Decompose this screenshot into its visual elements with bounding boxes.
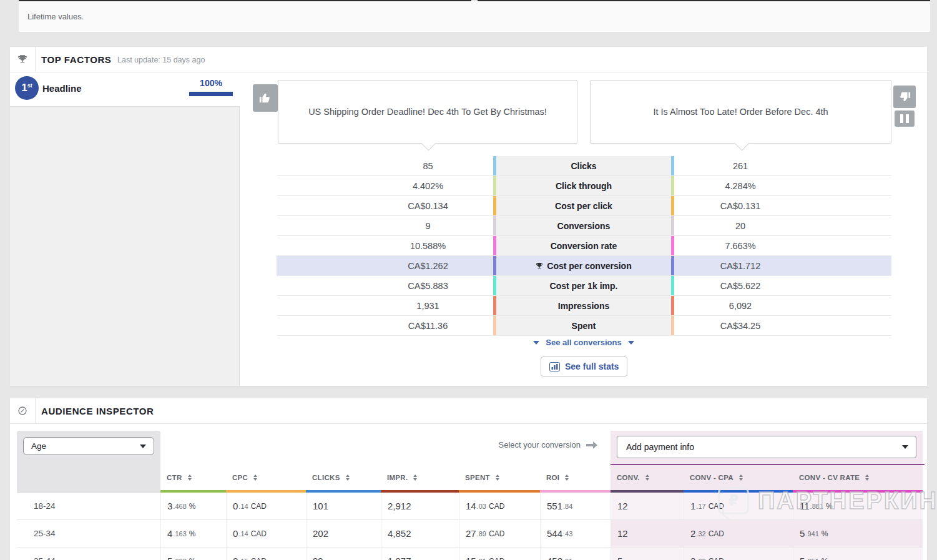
column-header-clicks[interactable]: CLICKS: [306, 474, 381, 481]
thumbs-up-icon: [258, 91, 272, 105]
see-all-conversions-link[interactable]: See all conversions: [490, 338, 677, 347]
sort-icon: [413, 474, 417, 481]
roi-value: 544.43: [540, 520, 611, 547]
column-header-impr[interactable]: IMPR.: [381, 474, 459, 481]
pause-icon: [900, 114, 909, 123]
metric-comparison-table: 85 Clicks 261 4.402% Click through 4.284…: [277, 156, 891, 336]
conv-cv-rate-value: 5.051%: [793, 548, 923, 560]
metric-row: 1,931 Impressions 6,092: [277, 296, 891, 316]
metric-value-a: CA$5.883: [277, 276, 493, 295]
table-row: 18-24 3.468% 0.14CAD 101 2,912 14.03CAD …: [17, 493, 923, 520]
column-label: CONV - CPA: [690, 474, 733, 481]
column-header-ctr[interactable]: CTR: [160, 474, 226, 481]
score-bar: [189, 92, 233, 96]
metric-label: Cost per click: [555, 201, 612, 211]
thumbs-down-icon: [898, 90, 911, 104]
thumbs-up-button[interactable]: [253, 84, 278, 112]
metric-value-a: 4.402%: [277, 176, 493, 195]
column-label: ROI: [546, 474, 559, 481]
column-header-spent[interactable]: SPENT: [459, 474, 540, 481]
last-update-text: Last update: 15 days ago: [117, 56, 205, 64]
impressions-value: 1,977: [381, 548, 459, 560]
conv-cpa-value: 2.32CAD: [684, 520, 793, 547]
ctr-value: 5.008%: [160, 548, 226, 560]
metric-row: 85 Clicks 261: [277, 156, 891, 176]
sort-icon: [253, 474, 257, 481]
impressions-value: 2,912: [381, 493, 459, 519]
metric-value-a: 9: [277, 216, 493, 235]
bar-chart-icon: [549, 362, 560, 371]
lifetime-values-text: Lifetime values.: [27, 12, 84, 21]
audience-table-header: CTR CPC CLICKS IMPR. SPENT ROI CONV. CON…: [17, 465, 923, 490]
conv-cv-rate-value: 5.941%: [793, 520, 923, 547]
metric-row-winner: CA$1.262 Cost per conversion CA$1.712: [277, 256, 891, 276]
clicks-value: 202: [306, 520, 381, 547]
chevron-down-icon: [140, 445, 146, 448]
metric-value-b: CA$0.131: [674, 196, 891, 215]
sort-icon: [565, 474, 569, 481]
metric-value-a: 85: [277, 156, 493, 175]
column-label: CTR: [167, 474, 182, 481]
audience-inspector-title: AUDIENCE INSPECTOR: [41, 406, 154, 416]
ctr-value: 4.163%: [160, 520, 226, 547]
lifetime-values-bar: Lifetime values.: [19, 1, 930, 32]
metric-value-b: CA$34.25: [674, 316, 891, 335]
see-full-stats-button[interactable]: See full stats: [541, 356, 627, 376]
column-header-roi[interactable]: ROI: [540, 474, 611, 481]
metric-value-b: CA$5.622: [674, 276, 891, 295]
winner-trophy-icon: [536, 262, 543, 270]
metric-row: 9 Conversions 20: [277, 216, 891, 236]
spent-value: 14.03CAD: [459, 493, 540, 519]
conversion-dropdown[interactable]: Add payment info: [617, 436, 916, 458]
cpc-value: 0.14CAD: [226, 520, 306, 547]
metric-label: Spent: [572, 321, 596, 331]
clicks-value: 101: [306, 493, 381, 519]
audience-inspector-header: AUDIENCE INSPECTOR: [10, 398, 927, 424]
column-header-conv[interactable]: CONV.: [611, 474, 684, 481]
table-row: 35-44 5.008% 0.15CAD 99 1,977 15.01CAD 4…: [17, 548, 923, 560]
metric-value-b: CA$1.712: [674, 256, 891, 275]
column-label: CONV.: [617, 474, 640, 481]
audience-table-body: 18-24 3.468% 0.14CAD 101 2,912 14.03CAD …: [17, 493, 923, 560]
sort-icon: [865, 474, 869, 481]
column-header-conv-cv-rate[interactable]: CONV - CV RATE: [793, 474, 923, 481]
age-range: 35-44: [17, 548, 160, 560]
chevron-down-icon: [533, 341, 539, 345]
pause-button[interactable]: [895, 111, 915, 127]
conv-cpa-value: 1.17CAD: [684, 493, 793, 519]
table-row: 25-34 4.163% 0.14CAD 202 4,852 27.89CAD …: [17, 520, 923, 548]
metric-value-a: 10.588%: [277, 236, 493, 255]
sort-icon: [739, 474, 743, 481]
conversion-selected-value: Add payment info: [626, 442, 694, 452]
sort-icon: [188, 474, 192, 481]
select-conversion-label: Select your conversion: [498, 440, 581, 449]
column-label: IMPR.: [387, 474, 408, 481]
audience-compass-icon: [10, 398, 36, 423]
metric-value-a: CA$11.36: [277, 316, 493, 335]
metric-value-b: 6,092: [674, 296, 891, 315]
chevron-down-icon: [902, 445, 908, 449]
age-range: 25-34: [17, 520, 160, 547]
top-factors-card: TOP FACTORS Last update: 15 days ago 1st…: [10, 47, 927, 386]
see-full-stats-label: See full stats: [565, 361, 619, 371]
metric-row: CA$11.36 Spent CA$34.25: [277, 316, 891, 336]
roi-value: 551.84: [540, 493, 611, 519]
rank-number: 1: [21, 82, 27, 94]
column-header-cpc[interactable]: CPC: [226, 474, 306, 481]
breakdown-age-dropdown[interactable]: Age: [23, 437, 154, 455]
variant-a-text: US Shipping Order Deadline! Dec 4th To G…: [308, 107, 547, 117]
chevron-down-icon: [628, 341, 634, 345]
clicks-value: 99: [306, 548, 381, 560]
top-factors-title: TOP FACTORS: [41, 54, 111, 65]
column-header-conv-cpa[interactable]: CONV - CPA: [684, 474, 793, 481]
thumbs-down-button[interactable]: [893, 86, 916, 108]
metric-label: Conversions: [557, 221, 611, 231]
metric-value-a: CA$0.134: [277, 196, 493, 215]
score-percent: 100%: [189, 78, 233, 88]
metric-value-b: 4.284%: [674, 176, 891, 195]
age-range: 18-24: [17, 493, 160, 519]
rank-suffix: st: [27, 82, 32, 89]
metric-value-b: 261: [674, 156, 891, 175]
impressions-value: 4,852: [381, 520, 459, 547]
breakdown-selected-value: Age: [31, 441, 46, 451]
